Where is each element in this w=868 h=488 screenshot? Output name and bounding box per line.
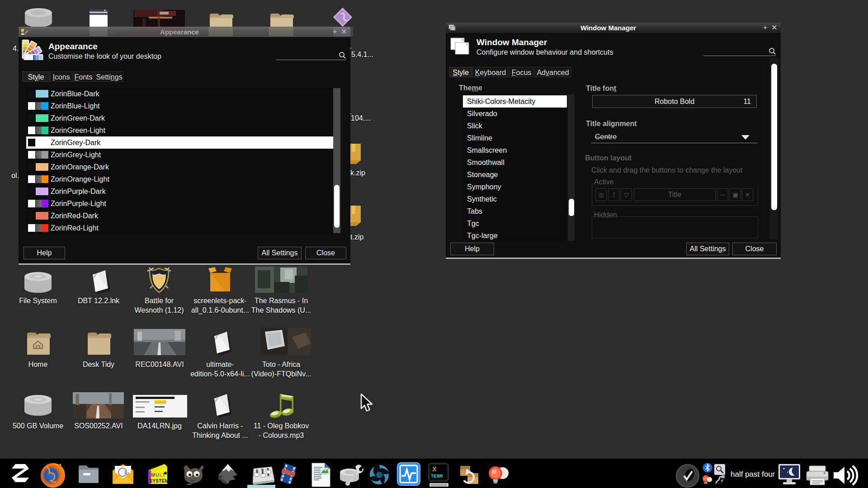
svg-text:SYSTEM: SYSTEM bbox=[149, 478, 168, 483]
svg-text:U: U bbox=[156, 472, 159, 478]
svg-text:M: M bbox=[151, 472, 155, 478]
svg-text:X: X bbox=[432, 465, 437, 473]
svg-text:TERM: TERM bbox=[431, 474, 443, 479]
